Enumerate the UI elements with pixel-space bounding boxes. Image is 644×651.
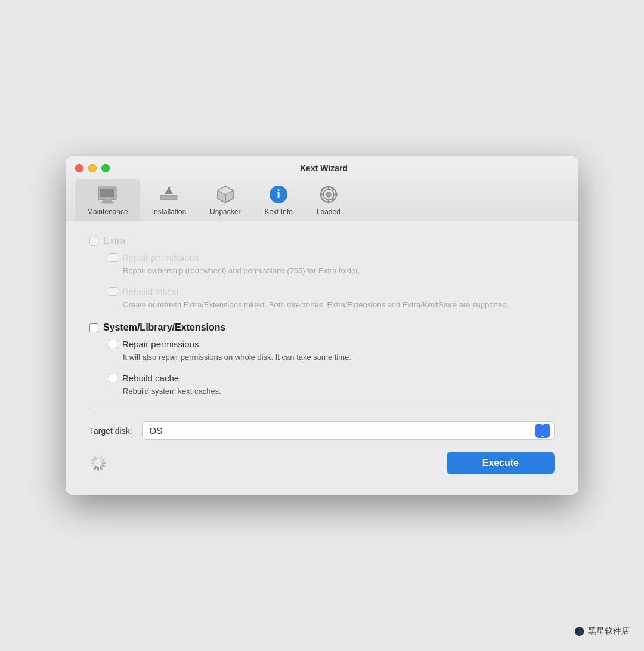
svg-rect-15	[327, 200, 329, 203]
title-bar-top: Kext Wizard	[75, 163, 569, 173]
loaded-icon	[318, 184, 339, 205]
tab-unpacker-label: Unpacker	[210, 208, 240, 216]
repair-permissions-sle-title: Repair permissions	[122, 339, 199, 349]
tab-installation[interactable]: Installation	[140, 179, 198, 221]
toolbar: Maintenance Installation	[75, 179, 569, 221]
repair-permissions-sle-header: Repair permissions	[109, 339, 555, 349]
svg-rect-14	[327, 186, 329, 189]
traffic-lights	[75, 164, 110, 172]
svg-text:i: i	[277, 187, 280, 200]
extra-checkbox[interactable]	[89, 237, 98, 246]
unpacker-icon	[215, 184, 236, 205]
repair-permissions-sle-checkbox[interactable]	[109, 340, 117, 348]
section-sle-header: System/Library/Extensions	[89, 322, 555, 333]
window-title: Kext Wizard	[110, 163, 538, 173]
sle-section-title: System/Library/Extensions	[103, 322, 225, 333]
subsection-repair-permissions-sle: Repair permissions It will also repair p…	[109, 339, 555, 363]
subsection-repair-extra-header: Repair permissions	[109, 252, 555, 263]
subsection-rebuild-cache: Rebuild cache Rebuild system kext caches…	[109, 373, 555, 397]
tab-loaded[interactable]: Loaded	[305, 179, 352, 221]
installation-icon	[158, 184, 179, 205]
svg-rect-16	[320, 194, 323, 196]
section-extra: Extra Repair permissions Repair ownershi…	[89, 236, 555, 310]
tab-loaded-label: Loaded	[317, 208, 340, 216]
tab-maintenance-label: Maintenance	[87, 208, 128, 216]
watermark: 🌑 黑星软件店	[574, 626, 630, 637]
section-sle: System/Library/Extensions Repair permiss…	[89, 322, 555, 397]
tab-unpacker[interactable]: Unpacker	[198, 179, 252, 221]
close-button[interactable]	[75, 164, 83, 172]
target-disk-select-wrapper: OS Macintosh HD ⌃⌄	[142, 421, 555, 440]
tab-maintenance[interactable]: Maintenance	[75, 179, 140, 221]
svg-rect-3	[101, 202, 113, 203]
maintenance-icon	[97, 184, 118, 205]
svg-rect-6	[168, 187, 170, 194]
repair-permissions-extra-checkbox[interactable]	[109, 253, 117, 262]
rebuild-mkext-checkbox[interactable]	[109, 287, 117, 296]
rebuild-cache-title: Rebuild cache	[122, 373, 179, 383]
rebuild-cache-desc: Rebuild system kext caches.	[123, 385, 555, 397]
repair-permissions-extra-title: Repair permissions	[122, 252, 199, 263]
subsection-repair-permissions-extra: Repair permissions Repair ownership (roo…	[109, 252, 555, 277]
watermark-icon: 🌑	[574, 627, 584, 636]
application-window: Kext Wizard Mainten	[66, 156, 578, 495]
target-disk-label: Target disk:	[89, 426, 132, 436]
rebuild-cache-checkbox[interactable]	[109, 374, 117, 382]
rebuild-mkext-desc: Create or refresh Extra/Extensions.mkext…	[123, 299, 555, 311]
divider	[89, 409, 555, 409]
svg-rect-1	[100, 189, 114, 197]
target-disk-row: Target disk: OS Macintosh HD ⌃⌄	[89, 421, 555, 440]
desktop: Kext Wizard Mainten	[0, 0, 644, 651]
minimize-button[interactable]	[88, 164, 97, 172]
rebuild-cache-header: Rebuild cache	[109, 373, 555, 383]
footer-row: Execute	[89, 452, 555, 480]
main-content: Extra Repair permissions Repair ownershi…	[66, 221, 578, 495]
watermark-text: 黑星软件店	[588, 626, 630, 637]
tab-installation-label: Installation	[152, 208, 186, 216]
section-extra-header: Extra	[89, 236, 555, 246]
sle-checkbox[interactable]	[89, 323, 98, 332]
tab-kext-info[interactable]: i Kext Info	[252, 179, 304, 221]
svg-rect-17	[335, 194, 338, 196]
kext-info-icon: i	[268, 184, 289, 205]
title-bar: Kext Wizard Mainten	[66, 156, 578, 221]
subsection-rebuild-mkext: Rebuild mkext Create or refresh Extra/Ex…	[109, 286, 555, 311]
execute-button[interactable]: Execute	[447, 452, 555, 474]
tab-kext-info-label: Kext Info	[264, 208, 292, 216]
svg-rect-2	[103, 199, 112, 202]
target-disk-select[interactable]: OS Macintosh HD	[142, 421, 555, 440]
svg-point-22	[326, 192, 332, 198]
rebuild-mkext-header: Rebuild mkext	[109, 286, 555, 297]
maximize-button[interactable]	[101, 164, 110, 172]
rebuild-mkext-title: Rebuild mkext	[122, 286, 179, 297]
svg-rect-4	[160, 195, 177, 200]
repair-permissions-sle-desc: It will also repair permissions on whole…	[123, 351, 555, 363]
repair-permissions-extra-desc: Repair ownership (root:wheel) and permis…	[123, 265, 555, 277]
spinner	[89, 455, 105, 471]
extra-section-title: Extra	[103, 236, 125, 246]
